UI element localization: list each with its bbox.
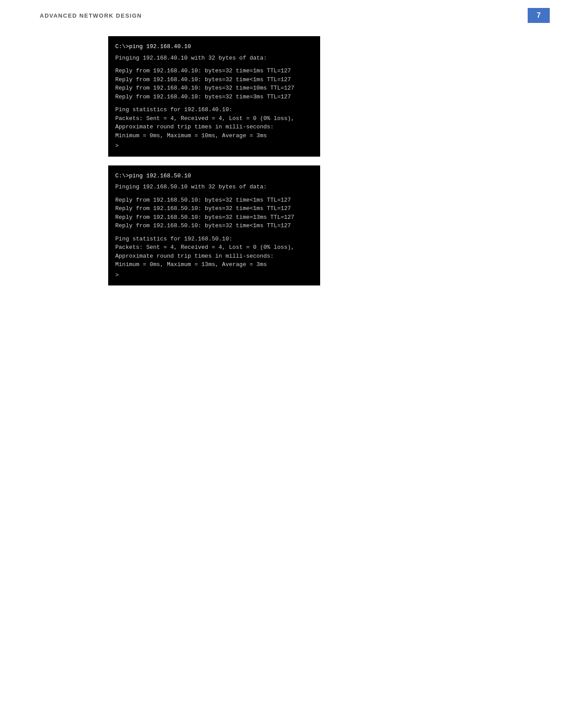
terminal2-stats-header: Ping statistics for 192.168.50.10: [115, 235, 313, 244]
content-area: C:\>ping 192.168.40.10 Pinging 192.168.4… [0, 27, 563, 312]
terminal-block-2: C:\>ping 192.168.50.10 Pinging 192.168.5… [108, 165, 320, 286]
terminal2-reply-3: Reply from 192.168.50.10: bytes=32 time=… [115, 213, 313, 222]
terminal1-stats-header: Ping statistics for 192.168.40.10: [115, 105, 313, 114]
terminal1-reply-4: Reply from 192.168.40.10: bytes=32 time=… [115, 93, 313, 101]
terminal1-approx: Approximate round trip times in milli-se… [115, 123, 313, 131]
page-header: ADVANCED NETWORK DESIGN 7 [0, 0, 563, 27]
terminal2-stats: Ping statistics for 192.168.50.10: Packe… [115, 235, 313, 269]
terminal1-command: C:\>ping 192.168.40.10 [115, 42, 313, 51]
terminal2-reply-4: Reply from 192.168.50.10: bytes=32 time<… [115, 221, 313, 230]
terminal1-reply-2: Reply from 192.168.40.10: bytes=32 time<… [115, 75, 313, 84]
terminal2-ping-header: Pinging 192.168.50.10 with 32 bytes of d… [115, 183, 313, 191]
terminal1-reply-1: Reply from 192.168.40.10: bytes=32 time=… [115, 67, 313, 75]
header-title: ADVANCED NETWORK DESIGN [40, 12, 142, 19]
terminal2-command: C:\>ping 192.168.50.10 [115, 172, 313, 180]
terminal2-reply-2: Reply from 192.168.50.10: bytes=32 time<… [115, 204, 313, 213]
terminal2-packets: Packets: Sent = 4, Received = 4, Lost = … [115, 243, 313, 252]
terminal2-approx: Approximate round trip times in milli-se… [115, 252, 313, 261]
terminal1-packets: Packets: Sent = 4, Received = 4, Lost = … [115, 114, 313, 123]
terminal1-ping-header: Pinging 192.168.40.10 with 32 bytes of d… [115, 54, 313, 63]
terminal1-cursor: > [115, 142, 313, 150]
terminal-block-1: C:\>ping 192.168.40.10 Pinging 192.168.4… [108, 36, 320, 157]
terminal1-stats: Ping statistics for 192.168.40.10: Packe… [115, 105, 313, 140]
terminal2-cursor: > [115, 271, 313, 280]
terminal2-reply-1: Reply from 192.168.50.10: bytes=32 time<… [115, 196, 313, 205]
terminal1-reply-3: Reply from 192.168.40.10: bytes=32 time=… [115, 84, 313, 93]
page-number-badge: 7 [528, 8, 550, 23]
terminal1-minmax: Minimum = 0ms, Maximum = 10ms, Average =… [115, 131, 313, 140]
terminal2-minmax: Minimum = 0ms, Maximum = 13ms, Average =… [115, 260, 313, 269]
